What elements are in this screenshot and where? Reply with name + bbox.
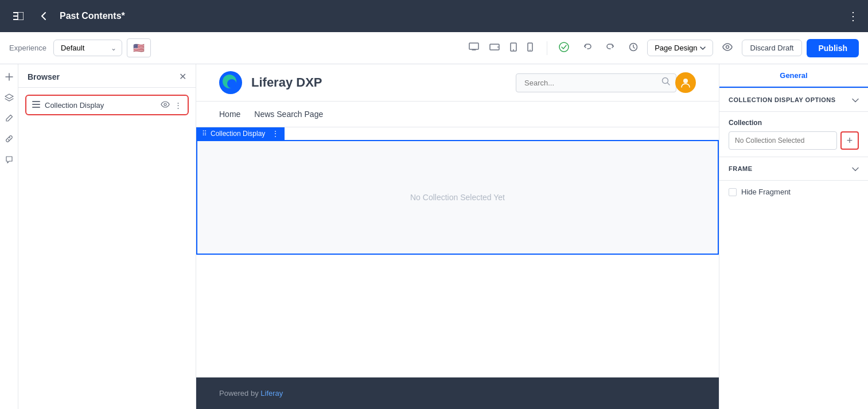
collection-display-eye-button[interactable]: [161, 101, 170, 110]
page-design-label: Page Design: [655, 44, 697, 52]
browser-close-button[interactable]: ✕: [179, 72, 186, 81]
toolbar: Experience Default 🇺🇸 Page Design: [0, 32, 868, 64]
svg-point-22: [683, 79, 688, 83]
nav-item-home[interactable]: Home: [219, 102, 240, 127]
main-layout: Browser ✕ Collection Display ⋮: [0, 64, 868, 409]
hide-fragment-row: Hide Fragment: [719, 181, 868, 203]
preview-button[interactable]: [718, 40, 737, 57]
page-content: [196, 255, 719, 377]
mobile-view-button[interactable]: [523, 39, 538, 57]
hide-fragment-label: Hide Fragment: [741, 188, 791, 196]
page-wrapper: Liferay DXP Home News Search Page: [196, 64, 719, 409]
svg-point-11: [559, 42, 569, 52]
experience-select-wrap: Default: [53, 40, 122, 56]
pencil-tool-button[interactable]: [1, 110, 17, 126]
svg-point-20: [227, 79, 236, 88]
frame-label: FRAME: [729, 165, 753, 172]
redo-button[interactable]: [601, 39, 620, 57]
collection-input-row: +: [729, 131, 859, 150]
svg-rect-3: [18, 12, 24, 20]
tablet-landscape-button[interactable]: [485, 39, 504, 57]
collection-display-options-label: COLLECTION DISPLAY OPTIONS: [729, 96, 836, 103]
user-avatar: [675, 72, 696, 93]
collection-display-icon: [32, 100, 40, 110]
collection-add-button[interactable]: +: [840, 131, 859, 150]
collection-display-widget: ⠿ Collection Display ⋮ No Collection Sel…: [196, 127, 719, 255]
page-search-input[interactable]: [516, 73, 676, 92]
site-name: Liferay DXP: [251, 75, 322, 90]
collection-display-bar[interactable]: ⠿ Collection Display ⋮: [196, 127, 285, 140]
link-tool-button[interactable]: [1, 131, 17, 147]
collection-display-top-bar: ⠿ Collection Display ⋮: [196, 127, 285, 140]
search-icon: [661, 77, 671, 88]
page-search-wrap: [516, 72, 696, 93]
collection-input[interactable]: [729, 131, 837, 150]
collection-display-bar-dots[interactable]: ⋮: [272, 130, 279, 138]
frame-chevron: [852, 164, 859, 173]
page-nav: Home News Search Page: [196, 102, 719, 127]
drag-handle-icon[interactable]: ⠿: [202, 130, 207, 138]
language-flag-button[interactable]: 🇺🇸: [127, 38, 151, 57]
collection-display-options-chevron: [852, 95, 859, 104]
device-group: [464, 39, 538, 57]
tools-sidebar: [0, 64, 18, 409]
svg-point-6: [497, 46, 499, 48]
svg-point-8: [513, 49, 514, 50]
frame-section-header[interactable]: FRAME: [719, 157, 868, 181]
right-panel: General COLLECTION DISPLAY OPTIONS Colle…: [719, 64, 868, 409]
collection-display-body: No Collection Selected Yet: [196, 140, 719, 255]
tab-general[interactable]: General: [719, 64, 868, 88]
page-header: Liferay DXP: [196, 64, 719, 102]
liferay-logo: [219, 71, 242, 94]
add-tool-button[interactable]: [1, 69, 17, 85]
collection-display-item[interactable]: Collection Display ⋮: [25, 95, 189, 115]
check-circle-button[interactable]: [554, 38, 574, 58]
clock-button[interactable]: [624, 39, 643, 57]
collection-field-label: Collection: [729, 119, 859, 127]
discard-draft-button[interactable]: Discard Draft: [742, 40, 803, 56]
svg-rect-15: [32, 104, 40, 105]
svg-rect-4: [469, 43, 478, 49]
canvas-area: Liferay DXP Home News Search Page: [196, 64, 719, 409]
experience-select[interactable]: Default: [53, 40, 122, 56]
page-title: Past Contents*: [60, 11, 125, 21]
page-footer: Powered by Liferay: [196, 377, 719, 409]
svg-rect-14: [32, 101, 40, 102]
collection-display-label: Collection Display: [45, 101, 156, 110]
svg-point-10: [530, 49, 531, 50]
layers-tool-button[interactable]: [1, 89, 17, 106]
more-options-button[interactable]: ⋮: [847, 9, 859, 23]
svg-point-13: [726, 45, 729, 48]
svg-rect-16: [32, 107, 40, 108]
experience-label: Experience: [9, 44, 46, 52]
nav-item-news-search[interactable]: News Search Page: [254, 102, 323, 127]
comment-tool-button[interactable]: [1, 151, 17, 168]
collection-display-bar-label: Collection Display: [211, 130, 265, 138]
footer-text: Powered by: [219, 389, 260, 398]
browser-panel: Browser ✕ Collection Display ⋮: [18, 64, 196, 409]
page-design-button[interactable]: Page Design: [647, 40, 713, 56]
collection-display-menu-button[interactable]: ⋮: [174, 101, 182, 110]
browser-title: Browser: [28, 72, 60, 81]
footer-liferay-link[interactable]: Liferay: [260, 389, 283, 398]
right-panel-tabs: General: [719, 64, 868, 88]
collection-display-options-header[interactable]: COLLECTION DISPLAY OPTIONS: [719, 88, 868, 112]
no-collection-text: No Collection Selected Yet: [410, 193, 505, 202]
tablet-portrait-button[interactable]: [505, 39, 521, 57]
browser-content: Collection Display ⋮: [18, 88, 196, 122]
undo-button[interactable]: [578, 39, 597, 57]
collection-field: Collection +: [719, 112, 868, 157]
browser-header: Browser ✕: [18, 64, 196, 88]
desktop-view-button[interactable]: [464, 39, 484, 57]
back-button[interactable]: [34, 7, 53, 25]
sidebar-toggle-button[interactable]: [9, 7, 28, 25]
publish-button[interactable]: Publish: [807, 39, 859, 57]
topbar: Past Contents* ⋮: [0, 0, 868, 32]
hide-fragment-checkbox[interactable]: [729, 188, 737, 196]
svg-point-17: [164, 103, 166, 106]
